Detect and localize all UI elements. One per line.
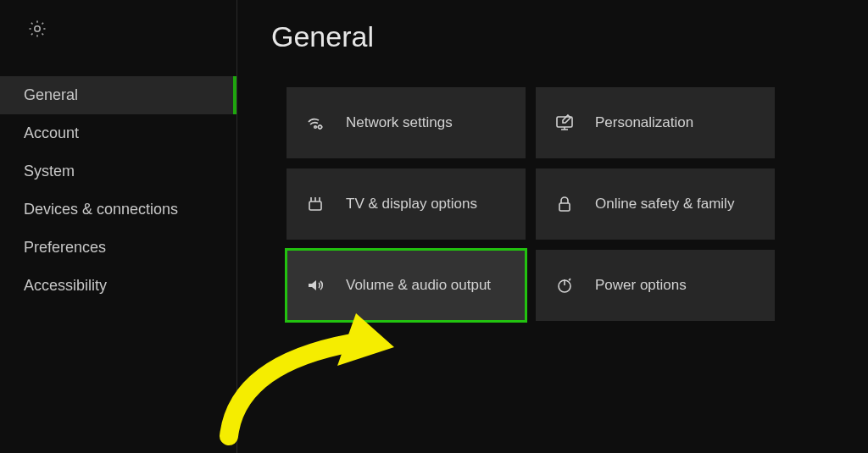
personalize-icon [553, 113, 576, 133]
page-title: General [271, 20, 834, 53]
nav-label: Devices & connections [24, 201, 178, 218]
nav-label: Accessibility [24, 277, 107, 294]
nav-item-account[interactable]: Account [0, 114, 236, 152]
tile-label: Online safety & family [595, 196, 734, 213]
svg-point-0 [35, 26, 40, 31]
nav-item-devices[interactable]: Devices & connections [0, 191, 236, 229]
sidebar-header [0, 19, 236, 76]
tile-network-settings[interactable]: Network settings [287, 87, 526, 158]
nav-label: Account [24, 124, 79, 141]
svg-point-2 [319, 125, 322, 129]
svg-point-1 [314, 126, 317, 129]
network-icon [303, 113, 327, 133]
main-panel: General Network settings [237, 0, 868, 453]
svg-rect-4 [309, 202, 321, 210]
tile-label: Personalization [595, 114, 693, 131]
power-icon [553, 275, 576, 296]
nav-label: System [24, 163, 75, 180]
tile-personalization[interactable]: Personalization [536, 87, 775, 158]
tile-online-safety[interactable]: Online safety & family [536, 168, 775, 240]
settings-grid: Network settings Personalization [287, 87, 834, 321]
settings-sidebar: General Account System Devices & connect… [0, 0, 237, 453]
lock-icon [553, 194, 576, 214]
tile-label: Network settings [346, 114, 453, 131]
nav-item-general[interactable]: General [0, 76, 236, 114]
nav-label: General [24, 86, 78, 103]
volume-icon [303, 275, 327, 296]
tile-label: Volume & audio output [346, 277, 491, 294]
tile-power-options[interactable]: Power options [536, 250, 775, 321]
nav-item-system[interactable]: System [0, 152, 236, 191]
nav-list: General Account System Devices & connect… [0, 76, 236, 305]
tile-tv-display[interactable]: TV & display options [287, 168, 526, 240]
nav-label: Preferences [24, 239, 106, 256]
gear-icon [27, 27, 47, 41]
svg-rect-5 [559, 203, 570, 211]
nav-item-accessibility[interactable]: Accessibility [0, 267, 236, 305]
nav-item-preferences[interactable]: Preferences [0, 229, 236, 267]
tile-label: TV & display options [346, 196, 477, 213]
tile-label: Power options [595, 277, 687, 294]
display-icon [303, 194, 327, 214]
tile-volume-audio[interactable]: Volume & audio output [287, 250, 526, 321]
